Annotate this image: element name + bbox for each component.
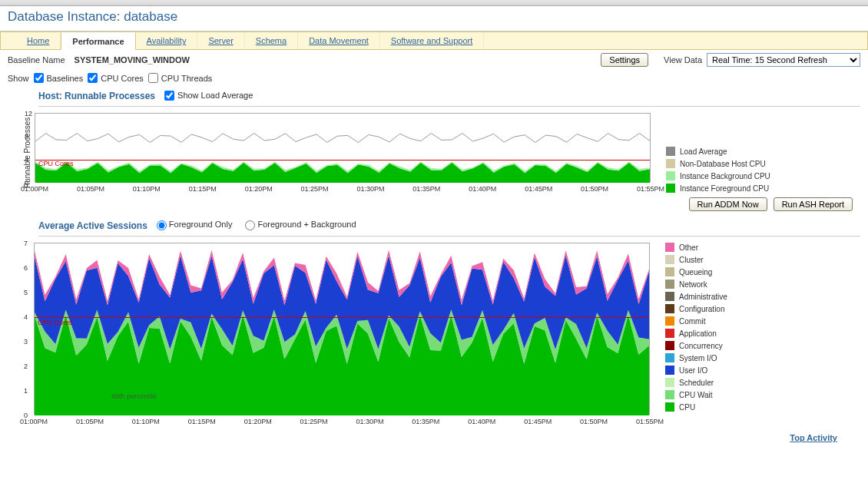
chart1-title: Host: Runnable Processes bbox=[38, 86, 155, 104]
xtick: 01:30PM bbox=[356, 185, 384, 193]
radio-foreground-only[interactable]: Foreground Only bbox=[157, 220, 233, 229]
legend-item: Concurrency bbox=[665, 341, 727, 350]
xtick: 01:15PM bbox=[188, 418, 216, 425]
legend-item: Instance Background CPU bbox=[666, 171, 770, 180]
legend-item: Instance Foreground CPU bbox=[666, 184, 770, 193]
xtick: 01:25PM bbox=[301, 185, 329, 193]
legend-item: Application bbox=[665, 329, 727, 338]
view-data-label: View Data bbox=[664, 55, 702, 65]
xtick: 01:45PM bbox=[524, 418, 552, 425]
xtick: 01:10PM bbox=[133, 185, 161, 193]
legend-item: System I/O bbox=[665, 353, 727, 362]
show-load-average-checkbox[interactable]: Show Load Average bbox=[164, 91, 253, 101]
legend-item: CPU bbox=[665, 402, 727, 412]
xtick: 01:40PM bbox=[468, 418, 495, 425]
legend-item: Load Average bbox=[666, 147, 770, 156]
tabs: HomePerformanceAvailabilityServerSchemaD… bbox=[0, 31, 868, 50]
baselines-checkbox[interactable]: Baselines bbox=[34, 73, 84, 83]
chart2-legend: OtherClusterQueueingNetworkAdministrativ… bbox=[650, 243, 727, 425]
cpu-cores-checkbox[interactable]: CPU Cores bbox=[88, 73, 144, 83]
chart2-title: Average Active Sessions bbox=[38, 216, 147, 234]
xtick: 01:05PM bbox=[77, 185, 104, 193]
legend-item: CPU Wait bbox=[665, 390, 727, 399]
baseline-label: Baseline Name bbox=[8, 55, 65, 65]
xtick: 01:25PM bbox=[300, 418, 328, 425]
legend-item: Non-Database Host CPU bbox=[666, 159, 770, 168]
xtick: 01:55PM bbox=[636, 418, 664, 425]
tab-performance[interactable]: Performance bbox=[61, 32, 135, 50]
tab-home[interactable]: Home bbox=[16, 32, 61, 49]
xtick: 01:15PM bbox=[189, 185, 217, 193]
legend-item: Cluster bbox=[665, 255, 727, 264]
legend-item: Administrative bbox=[665, 292, 727, 301]
xtick: 01:40PM bbox=[469, 185, 496, 193]
tab-software-and-support[interactable]: Software and Support bbox=[380, 32, 484, 49]
legend-item: Configuration bbox=[665, 304, 727, 313]
legend-item: Commit bbox=[665, 316, 727, 326]
run-addm-button[interactable]: Run ADDM Now bbox=[689, 197, 767, 211]
run-ash-button[interactable]: Run ASH Report bbox=[774, 197, 853, 211]
xtick: 01:35PM bbox=[412, 185, 440, 193]
tab-availability[interactable]: Availability bbox=[136, 32, 198, 49]
tab-data-movement[interactable]: Data Movement bbox=[298, 32, 380, 49]
xtick: 01:50PM bbox=[580, 418, 608, 425]
settings-button[interactable]: Settings bbox=[601, 53, 648, 67]
top-activity-link[interactable]: Top Activity bbox=[790, 433, 837, 442]
cpu-cores-marker: CPU Cores bbox=[38, 160, 74, 167]
runnable-processes-chart: CPU Cores 12 8 4 0 bbox=[35, 113, 651, 182]
page-title: Database Instance: database bbox=[0, 6, 868, 31]
show-label: Show bbox=[8, 74, 29, 83]
xtick: 01:35PM bbox=[412, 418, 439, 425]
pctile-label: 99th percentile bbox=[111, 392, 157, 400]
tab-schema[interactable]: Schema bbox=[245, 32, 298, 49]
legend-item: User I/O bbox=[665, 366, 727, 375]
legend-item: Queueing bbox=[665, 267, 727, 276]
xtick: 01:20PM bbox=[244, 418, 272, 425]
xtick: 01:50PM bbox=[581, 185, 608, 193]
xtick: 01:30PM bbox=[356, 418, 383, 425]
radio-foreground-background[interactable]: Foreground + Background bbox=[245, 220, 356, 229]
chart1-legend: Load AverageNon-Database Host CPUInstanc… bbox=[651, 113, 770, 193]
tab-server[interactable]: Server bbox=[197, 32, 244, 49]
legend-item: Network bbox=[665, 280, 727, 289]
xtick: 01:55PM bbox=[637, 185, 664, 193]
legend-item: Other bbox=[665, 243, 727, 252]
xtick: 01:10PM bbox=[132, 418, 160, 425]
cpu-cores-marker-2: CPU Cores bbox=[38, 319, 73, 326]
legend-item: Scheduler bbox=[665, 378, 727, 387]
xtick: 01:45PM bbox=[525, 185, 552, 193]
cpu-threads-checkbox[interactable]: CPU Threads bbox=[148, 73, 212, 83]
xtick: 01:05PM bbox=[76, 418, 104, 425]
view-data-select[interactable]: Real Time: 15 Second Refresh bbox=[707, 53, 860, 67]
active-sessions-chart: CPU Cores 99th percentile 7 6 5 4 3 2 1 … bbox=[34, 243, 650, 415]
baseline-name: SYSTEM_MOVING_WINDOW bbox=[75, 55, 190, 65]
xtick: 01:20PM bbox=[245, 185, 273, 193]
